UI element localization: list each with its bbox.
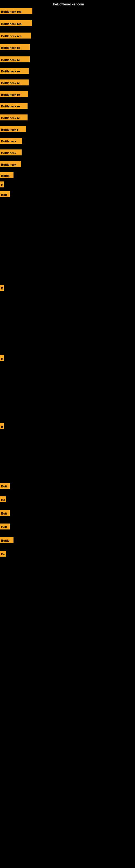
bottleneck-label: Bott: [0, 483, 10, 489]
bottleneck-label: Bottleneck re: [0, 91, 28, 97]
bottleneck-label: Bottleneck res: [0, 8, 32, 14]
bottleneck-label: Bottleneck r: [0, 126, 26, 132]
bottleneck-label: Bottleneck res: [0, 20, 32, 26]
bottleneck-label: Bottleneck re: [0, 103, 28, 109]
bottleneck-label: Bottleneck re: [0, 115, 28, 120]
bottleneck-label: Bottle: [0, 172, 13, 178]
bottleneck-label: Bottleneck re: [0, 56, 30, 62]
bottleneck-label: Bottleneck re: [0, 68, 29, 74]
bottleneck-label: Bottleneck: [0, 150, 21, 155]
site-title: TheBottlenecker.com: [51, 2, 84, 6]
bottleneck-label: Bott: [0, 524, 10, 529]
bottleneck-label: B: [0, 182, 4, 187]
bottleneck-label: Bott: [0, 191, 10, 197]
bottleneck-label: Bottle: [0, 537, 13, 543]
bottleneck-label: Bottleneck: [0, 138, 22, 144]
bottleneck-label: Bo: [0, 496, 6, 502]
bottleneck-label: B: [0, 285, 4, 291]
bottleneck-label: Bottleneck res: [0, 33, 31, 38]
bottleneck-label: Bottleneck: [0, 161, 21, 167]
bottleneck-label: B: [0, 423, 4, 429]
bottleneck-label: Bottleneck re: [0, 80, 29, 86]
bottleneck-label: Bottleneck re: [0, 44, 30, 50]
bottleneck-label: Bott: [0, 510, 10, 516]
bottleneck-label: Bo: [0, 551, 6, 557]
bottleneck-label: B: [0, 355, 4, 361]
